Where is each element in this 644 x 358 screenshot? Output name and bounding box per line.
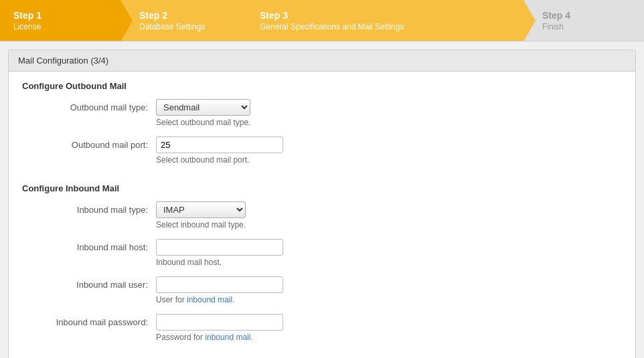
inbound-section-title: Configure Inbound Mail — [22, 183, 622, 193]
section-header: Mail Configuration (3/4) — [9, 50, 635, 72]
inbound-section: Configure Inbound Mail Inbound mail type… — [9, 183, 635, 358]
outbound-section-title: Configure Outbound Mail — [22, 81, 622, 91]
outbound-mail-type-hint: Select outbound mail type. — [156, 118, 250, 127]
step4-title: Step 4 — [542, 10, 570, 21]
inbound-mail-password-label: Inbound mail password: — [22, 314, 156, 327]
outbound-mail-port-hint: Select outbound mail port. — [156, 155, 283, 165]
wizard-step-4[interactable]: Step 4 Finish — [524, 0, 644, 41]
outbound-mail-type-label: Outbound mail type: — [22, 99, 156, 112]
inbound-mail-host-field: Inbound mail host. — [156, 239, 283, 274]
inbound-mail-host-input[interactable] — [156, 239, 283, 256]
outbound-mail-port-field: Select outbound mail port. — [156, 137, 283, 171]
outbound-mail-port-row: Outbound mail port: Select outbound mail… — [22, 137, 622, 171]
wizard-step-2[interactable]: Step 2 Database Settings — [120, 0, 241, 41]
outbound-mail-type-select[interactable]: Sendmail SMTP Postfix — [156, 99, 250, 116]
inbound-mail-user-field: User for inbound mail. — [156, 276, 283, 311]
wizard-step-1[interactable]: Step 1 License — [0, 0, 120, 41]
step4-subtitle: Finish — [542, 22, 570, 31]
step1-title: Step 1 — [13, 10, 42, 21]
step3-subtitle: General Specifications and Mail Settings — [260, 22, 404, 31]
inbound-mail-type-row: Inbound mail type: IMAP POP3 Select inbo… — [22, 201, 622, 236]
inbound-mail-type-hint: Select inbound mail type. — [156, 220, 246, 230]
inbound-mail-user-label: Inbound mail user: — [22, 276, 156, 290]
inbound-mail-password-input[interactable] — [156, 314, 283, 331]
main-content: Mail Configuration (3/4) Configure Outbo… — [8, 50, 636, 358]
inbound-mail-type-label: Inbound mail type: — [22, 201, 156, 215]
outbound-mail-port-label: Outbound mail port: — [22, 137, 156, 150]
inbound-mail-host-hint: Inbound mail host. — [156, 258, 283, 267]
inbound-mail-password-row: Inbound mail password: Password for inbo… — [22, 314, 622, 349]
inbound-mail-type-field: IMAP POP3 Select inbound mail type. — [156, 201, 246, 236]
outbound-mail-type-field: Sendmail SMTP Postfix Select outbound ma… — [156, 99, 250, 134]
section-header-text: Mail Configuration (3/4) — [18, 56, 108, 66]
outbound-mail-port-input[interactable] — [156, 137, 283, 153]
step2-subtitle: Database Settings — [139, 22, 205, 31]
wizard-steps: Step 1 License Step 2 Database Settings … — [0, 0, 644, 41]
outbound-mail-type-row: Outbound mail type: Sendmail SMTP Postfi… — [22, 99, 622, 134]
inbound-mail-password-field: Password for inbound mail. — [156, 314, 283, 349]
inbound-mail-host-label: Inbound mail host: — [22, 239, 156, 252]
step1-subtitle: License — [13, 22, 42, 31]
inbound-mail-user-row: Inbound mail user: User for inbound mail… — [22, 276, 622, 311]
outbound-section: Configure Outbound Mail Outbound mail ty… — [9, 72, 635, 183]
inbound-mail-type-select[interactable]: IMAP POP3 — [156, 201, 246, 218]
step3-title: Step 3 — [260, 10, 404, 21]
inbound-mail-user-input[interactable] — [156, 276, 283, 293]
inbound-mail-user-hint: User for inbound mail. — [156, 295, 283, 304]
inbound-mail-host-row: Inbound mail host: Inbound mail host. — [22, 239, 622, 274]
wizard-step-3[interactable]: Step 3 General Specifications and Mail S… — [241, 0, 524, 41]
step2-title: Step 2 — [139, 10, 205, 21]
inbound-mail-password-hint: Password for inbound mail. — [156, 333, 283, 342]
